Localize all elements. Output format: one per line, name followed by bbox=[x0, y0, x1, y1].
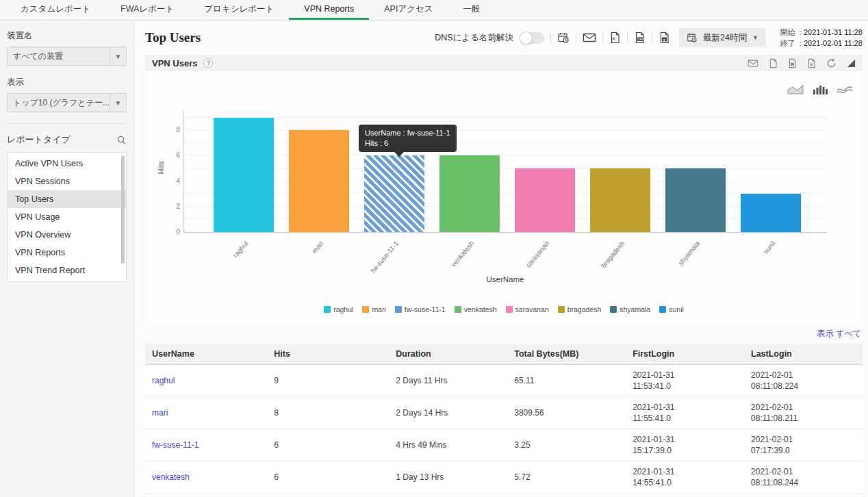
user-link[interactable]: fw-suse-11-1 bbox=[152, 440, 199, 450]
legend-swatch bbox=[558, 306, 565, 313]
sidebar-item-top-users[interactable]: Top Users bbox=[8, 190, 126, 208]
x-axis-title: UserName bbox=[183, 275, 827, 283]
login-time: 11:55:41.0 bbox=[633, 413, 737, 424]
vpn-users-panel: VPN Users ? bbox=[145, 55, 863, 323]
tab-api-access[interactable]: APIアクセス bbox=[369, 0, 448, 20]
tab-proxy-report[interactable]: プロキシレポート bbox=[189, 0, 289, 20]
calendar-icon bbox=[687, 32, 698, 43]
user-link[interactable]: raghul bbox=[152, 376, 175, 385]
sidebar-item-vpn-overview[interactable]: VPN Overview bbox=[8, 226, 126, 244]
y-tick-label: 6 bbox=[164, 151, 180, 159]
legend-item-sunil[interactable]: sunil bbox=[659, 305, 684, 314]
table-cell: 9 bbox=[267, 365, 389, 397]
collapse-icon[interactable] bbox=[847, 59, 856, 68]
email-icon[interactable] bbox=[748, 59, 758, 68]
excel-export-icon[interactable]: x bbox=[659, 31, 670, 44]
table-cell: 3.25 bbox=[507, 429, 626, 461]
excel-export-icon[interactable] bbox=[807, 58, 816, 68]
legend-item-saravanan[interactable]: saravanan bbox=[506, 305, 549, 314]
login-time: 11:53:41.0 bbox=[633, 381, 737, 392]
gridline bbox=[184, 117, 827, 118]
search-icon[interactable] bbox=[116, 135, 127, 145]
schedule-report-icon[interactable] bbox=[557, 31, 570, 44]
login-date: 2021-01-31 bbox=[633, 402, 737, 413]
table-cell: 5.72 bbox=[507, 461, 626, 494]
x-tick-label: raghul bbox=[195, 240, 249, 302]
dns-resolve-toggle[interactable] bbox=[520, 32, 544, 44]
legend-item-venkatesh[interactable]: venkatesh bbox=[455, 305, 497, 314]
legend-item-fw-suse-11-1[interactable]: fw-suse-11-1 bbox=[395, 305, 446, 314]
sidebar-item-vpn-sessions[interactable]: VPN Sessions bbox=[8, 173, 126, 190]
csv-export-icon[interactable] bbox=[788, 58, 797, 68]
line-chart-icon[interactable] bbox=[837, 84, 853, 94]
login-time: 08:11:08.244 bbox=[751, 477, 856, 488]
sidebar-item-vpn-usage[interactable]: VPN Usage bbox=[8, 208, 126, 226]
bar-mari[interactable] bbox=[289, 130, 349, 232]
tab-general[interactable]: 一般 bbox=[448, 0, 496, 20]
panel-header: VPN Users ? bbox=[145, 55, 863, 71]
cell-username: fw-suse-11-1 bbox=[145, 429, 267, 461]
login-time: 08:11:08.224 bbox=[751, 381, 856, 392]
tab-custom-report[interactable]: カスタムレポート bbox=[5, 0, 105, 20]
tab-fwa-report[interactable]: FWAレポート bbox=[105, 0, 189, 20]
svg-text:CSV: CSV bbox=[638, 38, 644, 41]
list-scrollbar[interactable] bbox=[121, 155, 125, 279]
bar-raghul[interactable] bbox=[214, 118, 274, 232]
show-all-link[interactable]: 表示 すべて bbox=[817, 329, 861, 338]
table-row: mari82 Days 14 Hrs3809.562021-01-3111:55… bbox=[145, 397, 863, 429]
bar-sunil[interactable] bbox=[741, 194, 801, 232]
legend-item-raghul[interactable]: raghul bbox=[324, 305, 353, 314]
table-row: venkatesh61 Day 13 Hrs5.722021-01-3114:5… bbox=[145, 461, 863, 494]
legend-item-shyamala[interactable]: shyamala bbox=[610, 305, 650, 314]
bar-venkatesh[interactable] bbox=[439, 155, 500, 232]
end-label: 終了 bbox=[780, 38, 800, 49]
chart-tooltip: UserName : fw-suse-11-1Hits : 6 bbox=[359, 125, 457, 152]
divider bbox=[602, 33, 603, 43]
y-tick-label: 8 bbox=[164, 126, 180, 133]
legend-item-mari[interactable]: mari bbox=[362, 305, 385, 314]
table-row: fw-suse-11-164 Hrs 49 Mins3.252021-01-31… bbox=[145, 429, 863, 461]
sidebar: 装置名 すべての装置 ▼ 表示 トップ10 (グラフとテー... ▼ レポートタ… bbox=[0, 21, 134, 497]
pdf-export-icon[interactable]: P bbox=[609, 31, 621, 44]
email-icon[interactable] bbox=[583, 32, 596, 43]
refresh-icon[interactable] bbox=[826, 58, 837, 68]
user-link[interactable]: mari bbox=[152, 408, 168, 418]
login-time: 15:17:39.0 bbox=[633, 445, 737, 456]
bar-chart-icon[interactable] bbox=[813, 84, 828, 94]
bar-bragadesh[interactable] bbox=[590, 168, 650, 232]
help-icon[interactable]: ? bbox=[203, 58, 213, 68]
bar-saravanan[interactable] bbox=[515, 168, 575, 232]
top-users-table: UserNameHitsDurationTotal Bytes(MB)First… bbox=[145, 344, 863, 494]
device-select[interactable]: すべての装置 ▼ bbox=[7, 47, 127, 66]
tooltip-username: UserName : fw-suse-11-1 bbox=[365, 128, 450, 138]
table-cell: 8 bbox=[267, 397, 389, 429]
y-tick-label: 0 bbox=[164, 228, 180, 235]
login-date: 2021-01-31 bbox=[633, 466, 737, 477]
sidebar-item-vpn-reports[interactable]: VPN Reports bbox=[8, 244, 126, 262]
user-link[interactable]: venkatesh bbox=[152, 472, 190, 482]
chevron-down-icon: ▼ bbox=[752, 34, 758, 41]
pdf-export-icon[interactable] bbox=[769, 58, 778, 68]
legend-swatch bbox=[395, 306, 402, 313]
login-date: 2021-02-01 bbox=[751, 402, 856, 413]
bar-shyamala[interactable] bbox=[665, 168, 726, 232]
y-tick-label: 4 bbox=[164, 177, 180, 185]
tab-vpn-reports[interactable]: VPN Reports bbox=[289, 0, 369, 20]
login-date: 2021-02-01 bbox=[751, 370, 856, 381]
sidebar-item-vpn-trend-report[interactable]: VPN Trend Report bbox=[8, 262, 126, 279]
view-select[interactable]: トップ10 (グラフとテー... ▼ bbox=[7, 93, 127, 112]
y-tick-label: 2 bbox=[164, 203, 180, 210]
area-chart-icon[interactable] bbox=[787, 84, 804, 94]
sidebar-item-active-vpn-users[interactable]: Active VPN Users bbox=[8, 155, 126, 173]
csv-export-icon[interactable]: CSV bbox=[634, 31, 646, 44]
plot-area: 02468raghulmarifw-suse-11-1venkateshsara… bbox=[183, 111, 827, 233]
time-range-button[interactable]: 最新24時間 ▼ bbox=[679, 28, 766, 47]
divider bbox=[576, 33, 576, 43]
x-tick-label: saravanan bbox=[496, 240, 550, 302]
table-cell: 6 bbox=[267, 461, 389, 494]
view-select-value: トップ10 (グラフとテー... bbox=[8, 97, 110, 109]
legend-item-bragadesh[interactable]: bragadesh bbox=[558, 305, 602, 314]
x-tick-label: bragadesh bbox=[572, 240, 626, 302]
table-cell: 65.11 bbox=[507, 365, 626, 397]
bar-fw-suse-11-1[interactable] bbox=[364, 155, 424, 232]
